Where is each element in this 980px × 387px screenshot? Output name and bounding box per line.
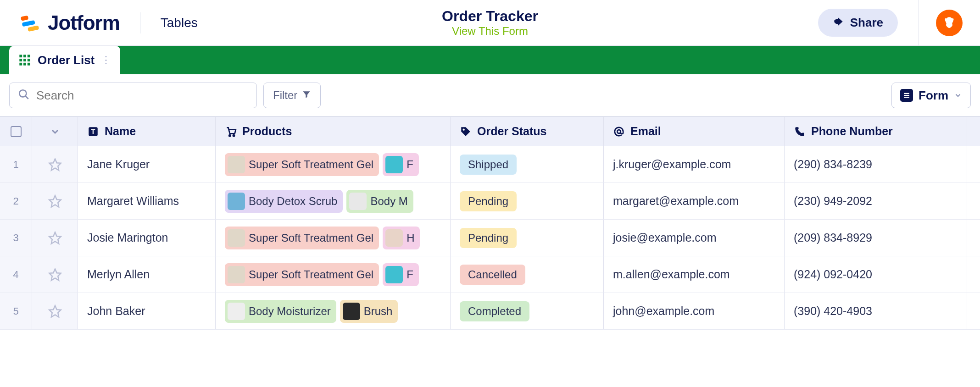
product-thumb — [385, 266, 403, 283]
column-status[interactable]: Order Status — [451, 117, 604, 146]
product-tag[interactable]: F — [383, 263, 419, 286]
star-icon — [48, 231, 62, 245]
svg-rect-4 — [23, 55, 26, 57]
product-thumb — [385, 156, 403, 173]
row-index: 4 — [0, 256, 32, 293]
status-badge[interactable]: Pending — [460, 228, 517, 248]
view-form-link[interactable]: View This Form — [452, 25, 528, 37]
status-cell: Shipped — [451, 146, 604, 182]
share-button[interactable]: Share — [818, 9, 898, 37]
row-index: 3 — [0, 220, 32, 256]
svg-rect-8 — [28, 59, 30, 61]
products-cell: Body MoisturizerBrush — [216, 293, 451, 329]
product-tag[interactable]: Super Soft Treatment Gel — [225, 153, 379, 176]
svg-marker-26 — [49, 269, 61, 280]
search-icon — [18, 88, 30, 102]
svg-rect-7 — [23, 59, 26, 61]
product-label: F — [406, 268, 413, 281]
status-badge[interactable]: Shipped — [460, 155, 517, 175]
name-cell: Merlyn Allen — [78, 256, 216, 293]
star-cell[interactable] — [32, 183, 78, 219]
email-cell: m.allen@example.com — [604, 256, 785, 293]
svg-point-19 — [229, 135, 230, 136]
product-tag[interactable]: F — [383, 153, 419, 176]
row-spacer — [967, 146, 980, 182]
svg-line-13 — [25, 96, 28, 99]
share-icon — [833, 15, 845, 30]
column-email[interactable]: Email — [604, 117, 785, 146]
status-cell: Pending — [451, 220, 604, 256]
svg-rect-14 — [904, 93, 909, 94]
svg-point-12 — [19, 90, 26, 97]
table-body: 1Jane KrugerSuper Soft Treatment GelFShi… — [0, 146, 980, 330]
product-thumb — [349, 193, 367, 210]
svg-marker-24 — [49, 195, 61, 207]
at-icon — [613, 126, 625, 138]
logo-area[interactable]: Jotform Tables — [0, 11, 198, 34]
product-tag[interactable]: Body Moisturizer — [225, 300, 336, 323]
products-cell: Body Detox ScrubBody M — [216, 183, 451, 219]
table-row[interactable]: 2Margaret WilliamsBody Detox ScrubBody M… — [0, 183, 980, 220]
table-row[interactable]: 1Jane KrugerSuper Soft Treatment GelFShi… — [0, 146, 980, 183]
tab-menu-icon[interactable]: ⋮ — [101, 54, 111, 66]
form-label: Form — [919, 88, 948, 103]
product-thumb — [228, 229, 245, 247]
star-cell[interactable] — [32, 256, 78, 293]
column-products[interactable]: Products — [216, 117, 451, 146]
star-cell[interactable] — [32, 293, 78, 329]
table-row[interactable]: 3Josie MaringtonSuper Soft Treatment Gel… — [0, 220, 980, 256]
chevron-down-icon — [954, 88, 962, 103]
tab-order-list[interactable]: Order List ⋮ — [9, 46, 120, 74]
svg-rect-5 — [28, 55, 30, 57]
svg-text:T: T — [91, 127, 95, 135]
phone-cell: (290) 834-8239 — [785, 146, 967, 182]
product-tag[interactable]: Body Detox Scrub — [225, 190, 343, 213]
star-icon — [48, 304, 62, 318]
products-cell: Super Soft Treatment GelF — [216, 256, 451, 293]
select-all-checkbox[interactable] — [11, 126, 22, 137]
name-cell: Jane Kruger — [78, 146, 216, 182]
product-tag[interactable]: Super Soft Treatment Gel — [225, 227, 379, 249]
column-label: Name — [105, 125, 136, 138]
product-label: Super Soft Treatment Gel — [249, 268, 373, 281]
product-tag[interactable]: H — [383, 227, 420, 249]
star-cell[interactable] — [32, 146, 78, 182]
status-badge[interactable]: Pending — [460, 191, 517, 211]
product-tag[interactable]: Brush — [340, 300, 398, 323]
status-cell: Pending — [451, 183, 604, 219]
product-tag[interactable]: Super Soft Treatment Gel — [225, 263, 379, 286]
search-box[interactable] — [9, 83, 257, 108]
status-badge[interactable]: Completed — [460, 301, 529, 321]
column-phone[interactable]: Phone Number — [785, 117, 967, 146]
expand-header[interactable] — [32, 117, 78, 146]
chevron-down-icon — [50, 126, 61, 137]
share-label: Share — [850, 16, 883, 30]
table-header: T Name Products Order Status Email Phone… — [0, 117, 980, 146]
product-thumb — [228, 266, 245, 283]
search-input[interactable] — [36, 88, 248, 103]
product-label: Body M — [370, 195, 407, 208]
column-name[interactable]: T Name — [78, 117, 216, 146]
form-view-button[interactable]: Form — [891, 83, 971, 108]
svg-rect-9 — [19, 63, 22, 66]
table-row[interactable]: 4Merlyn AllenSuper Soft Treatment GelFCa… — [0, 256, 980, 293]
section-name[interactable]: Tables — [161, 16, 198, 30]
filter-button[interactable]: Filter — [263, 83, 321, 108]
product-label: Body Moisturizer — [249, 305, 331, 318]
svg-marker-25 — [49, 232, 61, 243]
svg-rect-10 — [23, 63, 26, 66]
svg-rect-3 — [19, 55, 22, 57]
status-badge[interactable]: Cancelled — [460, 265, 525, 285]
product-tag[interactable]: Body M — [346, 190, 413, 213]
star-cell[interactable] — [32, 220, 78, 256]
user-avatar[interactable] — [936, 10, 963, 36]
table-row[interactable]: 5John BakerBody MoisturizerBrushComplete… — [0, 293, 980, 330]
phone-cell: (924) 092-0420 — [785, 256, 967, 293]
row-index: 1 — [0, 146, 32, 182]
svg-rect-0 — [21, 15, 29, 21]
column-label: Email — [630, 125, 661, 138]
filter-icon — [302, 89, 311, 102]
data-table: T Name Products Order Status Email Phone… — [0, 116, 980, 330]
page-title: Order Tracker — [442, 8, 538, 25]
filter-label: Filter — [273, 89, 297, 102]
